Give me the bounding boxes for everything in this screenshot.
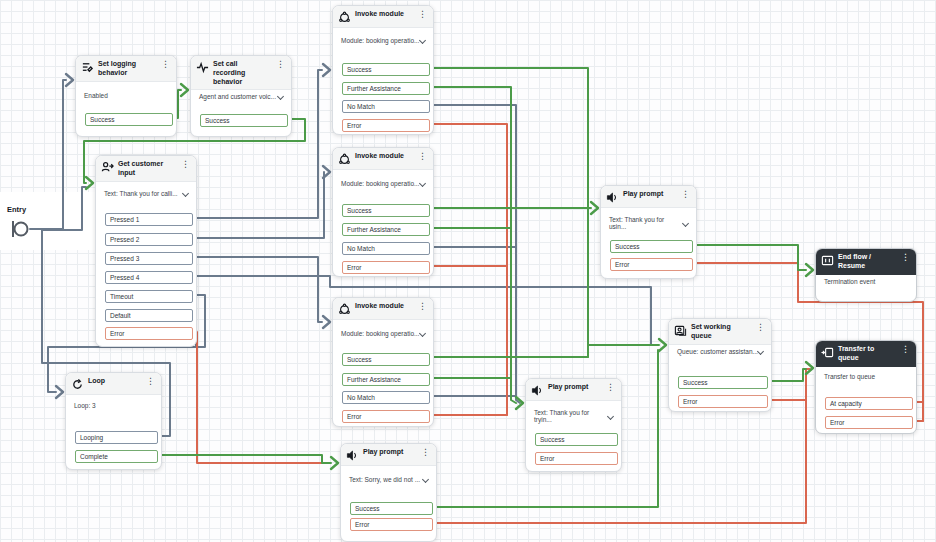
- node-get-customer-input[interactable]: Get customer input ⋮ Text: Thank you for…: [95, 155, 197, 347]
- output-success[interactable]: Success: [678, 376, 768, 389]
- chevron-down-icon: [422, 476, 429, 483]
- output-complete[interactable]: Complete: [75, 450, 158, 463]
- dropdown-value: Text: Sorry, we did not ...: [349, 476, 420, 483]
- node-invoke-module-1[interactable]: Invoke module ⋮ Module: booking operatio…: [332, 5, 434, 135]
- node-header[interactable]: Set call recording behavior ⋮: [191, 56, 291, 90]
- kebab-menu-icon[interactable]: ⋮: [754, 323, 767, 332]
- output-error[interactable]: Error: [342, 261, 430, 274]
- arrowhead: [181, 84, 188, 96]
- output-success[interactable]: Success: [350, 502, 433, 515]
- output-success[interactable]: Success: [85, 113, 173, 126]
- node-header[interactable]: Loop ⋮: [66, 373, 161, 395]
- kebab-menu-icon[interactable]: ⋮: [899, 253, 912, 262]
- arrowhead: [66, 74, 73, 86]
- output-success[interactable]: Success: [200, 114, 288, 127]
- entry-point-icon[interactable]: [13, 221, 28, 237]
- chevron-down-icon: [419, 37, 426, 44]
- output-success[interactable]: Success: [342, 63, 430, 76]
- node-parameter: Termination event: [824, 278, 910, 285]
- kebab-menu-icon[interactable]: ⋮: [274, 60, 287, 69]
- kebab-menu-icon[interactable]: ⋮: [679, 190, 692, 199]
- output-error[interactable]: Error: [350, 518, 433, 531]
- output-further-assistance[interactable]: Further Assistance: [342, 373, 430, 386]
- node-title: Play prompt: [548, 383, 600, 392]
- node-dropdown[interactable]: Text: Thank you for usin...: [609, 216, 690, 230]
- waveform-icon: [196, 61, 209, 74]
- output-error[interactable]: Error: [678, 395, 768, 408]
- output-default[interactable]: Default: [105, 309, 193, 322]
- output-error[interactable]: Error: [825, 416, 913, 429]
- node-play-prompt-using[interactable]: Play prompt ⋮ Text: Thank you for usin..…: [600, 185, 697, 279]
- node-dropdown[interactable]: Text: Thank you for calli...: [104, 190, 190, 197]
- output-no-match[interactable]: No Match: [342, 242, 430, 255]
- node-header[interactable]: Play prompt ⋮: [526, 379, 621, 401]
- output-further-assistance[interactable]: Further Assistance: [342, 82, 430, 95]
- queue-icon: [674, 324, 687, 337]
- kebab-menu-icon[interactable]: ⋮: [416, 10, 429, 19]
- node-transfer-to-queue[interactable]: Transfer to queue ⋮ Transfer to queue At…: [815, 340, 917, 434]
- chevron-down-icon: [419, 330, 426, 337]
- node-header[interactable]: Play prompt ⋮: [601, 186, 696, 208]
- node-invoke-module-2[interactable]: Invoke module ⋮ Module: booking operatio…: [332, 147, 434, 277]
- kebab-menu-icon[interactable]: ⋮: [416, 152, 429, 161]
- connector: [691, 245, 806, 270]
- kebab-menu-icon[interactable]: ⋮: [144, 377, 157, 386]
- output-at-capacity[interactable]: At capacity: [825, 397, 913, 410]
- output-pressed-3[interactable]: Pressed 3: [105, 252, 193, 265]
- output-success[interactable]: Success: [342, 353, 430, 366]
- node-header[interactable]: Invoke module ⋮: [333, 148, 433, 170]
- node-set-working-queue[interactable]: Set working queue ⋮ Queue: customer assi…: [668, 318, 772, 412]
- output-error[interactable]: Error: [342, 119, 430, 132]
- node-dropdown[interactable]: Queue: customer assistan...: [677, 348, 765, 355]
- node-header[interactable]: Invoke module ⋮: [333, 6, 433, 28]
- output-error[interactable]: Error: [610, 258, 693, 271]
- output-further-assistance[interactable]: Further Assistance: [342, 223, 430, 236]
- node-dropdown[interactable]: Module: booking operatio...: [341, 330, 427, 337]
- output-looping[interactable]: Looping: [75, 431, 158, 444]
- node-dropdown[interactable]: Module: booking operatio...: [341, 37, 427, 44]
- output-no-match[interactable]: No Match: [342, 391, 430, 404]
- node-header[interactable]: End flow / Resume ⋮: [816, 249, 916, 275]
- node-header[interactable]: Get customer input ⋮: [96, 156, 196, 182]
- output-error[interactable]: Error: [342, 410, 430, 423]
- node-dropdown[interactable]: Text: Thank you for tryin...: [534, 409, 615, 423]
- node-play-prompt-sorry[interactable]: Play prompt ⋮ Text: Sorry, we did not ..…: [340, 443, 437, 542]
- kebab-menu-icon[interactable]: ⋮: [179, 160, 192, 169]
- kebab-menu-icon[interactable]: ⋮: [159, 60, 172, 69]
- chevron-down-icon: [182, 190, 189, 197]
- kebab-menu-icon[interactable]: ⋮: [899, 345, 912, 354]
- node-header[interactable]: Set logging behavior ⋮: [76, 56, 176, 82]
- node-header[interactable]: Transfer to queue ⋮: [816, 341, 916, 367]
- kebab-menu-icon[interactable]: ⋮: [419, 448, 432, 457]
- node-header[interactable]: Invoke module ⋮: [333, 298, 433, 320]
- node-play-prompt-trying[interactable]: Play prompt ⋮ Text: Thank you for tryin.…: [525, 378, 622, 472]
- dropdown-value: Module: booking operatio...: [341, 330, 419, 337]
- connector: [155, 455, 331, 463]
- node-set-logging-behavior[interactable]: Set logging behavior ⋮ Enabled Success: [75, 55, 177, 137]
- node-header[interactable]: Set working queue ⋮: [669, 319, 771, 345]
- node-set-call-recording[interactable]: Set call recording behavior ⋮ Agent and …: [190, 55, 292, 137]
- output-pressed-2[interactable]: Pressed 2: [105, 233, 193, 246]
- kebab-menu-icon[interactable]: ⋮: [416, 302, 429, 311]
- output-success[interactable]: Success: [342, 204, 430, 217]
- node-dropdown[interactable]: Agent and customer voic...: [199, 93, 285, 100]
- kebab-menu-icon[interactable]: ⋮: [604, 383, 617, 392]
- arrowhead: [323, 316, 330, 328]
- output-error[interactable]: Error: [105, 327, 193, 340]
- output-error[interactable]: Error: [535, 452, 618, 465]
- node-invoke-module-3[interactable]: Invoke module ⋮ Module: booking operatio…: [332, 297, 434, 427]
- node-dropdown[interactable]: Text: Sorry, we did not ...: [349, 476, 430, 483]
- output-no-match[interactable]: No Match: [342, 100, 430, 113]
- node-loop[interactable]: Loop ⋮ Loop: 3 Looping Complete: [65, 372, 162, 470]
- connector: [190, 332, 330, 463]
- output-success[interactable]: Success: [610, 240, 693, 253]
- node-end-flow-resume[interactable]: End flow / Resume ⋮ Termination event: [815, 248, 917, 302]
- node-title: Set call recording behavior: [213, 60, 270, 86]
- node-header[interactable]: Play prompt ⋮: [341, 444, 436, 466]
- output-timeout[interactable]: Timeout: [105, 290, 193, 303]
- node-dropdown[interactable]: Module: booking operatio...: [341, 180, 427, 187]
- output-pressed-1[interactable]: Pressed 1: [105, 213, 193, 226]
- output-success[interactable]: Success: [535, 433, 618, 446]
- output-pressed-4[interactable]: Pressed 4: [105, 271, 193, 284]
- node-title: Set logging behavior: [98, 60, 155, 78]
